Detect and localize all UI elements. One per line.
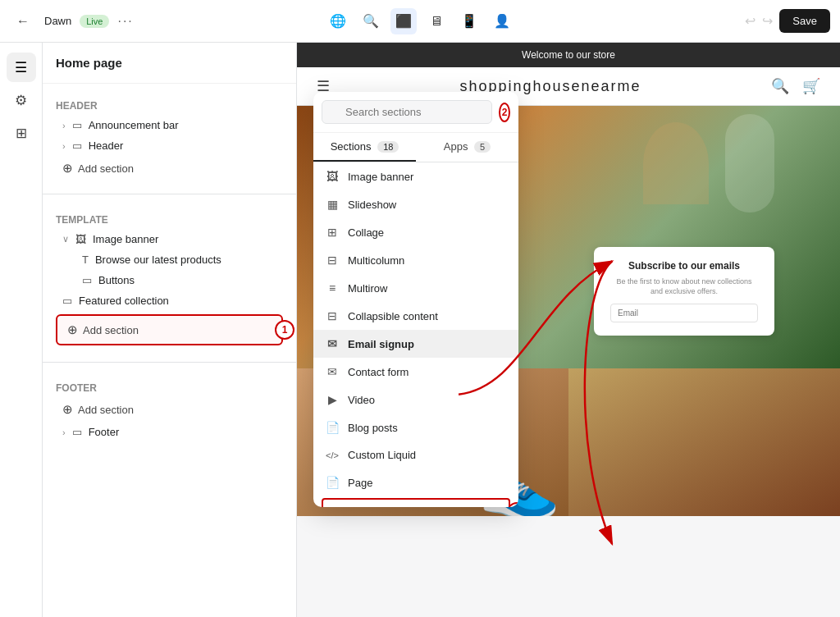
- footer-add-section-label: Add section: [78, 404, 134, 416]
- sidebar-pages-btn[interactable]: ☰: [7, 53, 36, 82]
- section-icon: ▭: [72, 426, 82, 438]
- mobile-icon-btn[interactable]: 📱: [456, 8, 482, 34]
- list-item-multirow[interactable]: ≡ Multirow: [313, 274, 518, 302]
- sidebar-settings-btn[interactable]: ⚙: [7, 85, 36, 115]
- list-item-label: Page: [348, 477, 372, 489]
- add-section-label: Add section: [83, 324, 139, 336]
- topbar-left: ← Dawn Live ···: [10, 8, 317, 34]
- list-item-blog-posts[interactable]: 📄 Blog posts: [313, 414, 518, 441]
- list-item-slideshow[interactable]: ▦ Slideshow: [313, 190, 518, 218]
- nav-icons: 🔍 🛒: [771, 77, 820, 95]
- header-add-section-button[interactable]: ⊕ Add section: [43, 156, 296, 181]
- sidebar-item-featured-collection[interactable]: ▭ Featured collection: [43, 290, 296, 311]
- list-item-contact-form[interactable]: ✉ Contact form: [313, 358, 518, 386]
- shoe-image-2: [568, 368, 840, 516]
- template-group: Template ∨ 🖼 Image banner T Browse our l…: [43, 198, 296, 359]
- list-item-image-banner[interactable]: 🖼 Image banner: [313, 162, 518, 190]
- list-item-label: Multicolumn: [348, 254, 404, 267]
- header-group-label: Header: [43, 94, 296, 115]
- email-signup-desc: Be the first to know about new collectio…: [610, 277, 758, 297]
- desktop-icon-btn[interactable]: 🖥: [423, 8, 450, 34]
- section-icon: ▭: [72, 139, 82, 152]
- slideshow-icon: ▦: [325, 198, 340, 211]
- button-icon: ▭: [82, 274, 92, 286]
- sidebar-item-label: Announcement bar: [89, 119, 179, 131]
- image-banner-icon: 🖼: [325, 170, 340, 183]
- page-icon: 📄: [325, 476, 340, 489]
- list-item-label: Blog posts: [348, 422, 398, 434]
- list-item-collage[interactable]: ⊞ Collage: [313, 218, 518, 246]
- add-section-label: Add section: [78, 162, 134, 175]
- section-icon: ▭: [62, 295, 72, 307]
- sidebar-item-browse[interactable]: T Browse our latest products: [43, 249, 296, 270]
- list-item-label: Video: [348, 394, 375, 406]
- footer-add-section-button[interactable]: ⊕ Add section: [43, 397, 296, 422]
- step-1-badge: 1: [275, 320, 294, 340]
- popup-list: 🖼 Image banner ▦ Slideshow ⊞ Collage ⊟ M…: [313, 162, 518, 507]
- popup-tabs: Sections 18 Apps 5: [313, 133, 518, 162]
- list-item-label: Contact form: [348, 366, 409, 378]
- contact-form-icon: ✉: [325, 365, 340, 378]
- search-wrap: 🔍: [322, 100, 492, 124]
- footer-group-label: Footer: [43, 376, 296, 397]
- cursor-icon-btn[interactable]: ⬛: [390, 8, 417, 34]
- header-group: Header › ▭ Announcement bar › ▭ Header ⊕…: [43, 84, 296, 190]
- popup-search-area: 🔍 2: [313, 92, 518, 133]
- plus-icon: ⊕: [62, 161, 73, 176]
- sections-popup: 🔍 2 Sections 18 Apps 5: [313, 92, 518, 507]
- email-signup-icon: ✉: [325, 337, 340, 350]
- list-item-multicolumn[interactable]: ⊟ Multicolumn: [313, 246, 518, 274]
- back-button[interactable]: ←: [10, 8, 36, 34]
- section-icon: ▭: [72, 119, 82, 131]
- panel-header: Home page: [43, 43, 296, 84]
- divider: [43, 194, 296, 194]
- collage-icon: ⊞: [325, 226, 340, 239]
- list-item-email-signup[interactable]: ✉ Email signup: [313, 330, 518, 358]
- sidebar-item-footer[interactable]: › ▭ Footer: [43, 422, 296, 442]
- sidebar-apps-btn[interactable]: ⊞: [7, 118, 36, 148]
- blog-posts-icon: 📄: [325, 421, 340, 434]
- redo-button[interactable]: ↪: [762, 13, 773, 29]
- sidebar-item-announcement-bar[interactable]: › ▭ Announcement bar: [43, 115, 296, 135]
- sidebar-item-buttons[interactable]: ▭ Buttons: [43, 270, 296, 290]
- cart-icon: 🛒: [802, 77, 820, 95]
- email-signup-card: Subscribe to our emails Be the first to …: [594, 247, 774, 336]
- search-sections-input[interactable]: [322, 100, 492, 124]
- sidebar-item-label: Featured collection: [79, 295, 169, 307]
- list-item-custom-liquid[interactable]: </> Custom Liquid: [313, 441, 518, 468]
- email-signup-input[interactable]: [610, 304, 758, 322]
- person-icon-btn[interactable]: 👤: [489, 8, 515, 34]
- section-icon: 🖼: [75, 233, 86, 245]
- list-item-video[interactable]: ▶ Video: [313, 386, 518, 414]
- globe-icon-btn[interactable]: 🌐: [325, 8, 351, 34]
- tab-apps-label: Apps: [444, 140, 468, 153]
- list-item-page[interactable]: 📄 Page: [313, 468, 518, 496]
- sidebar-item-header[interactable]: › ▭ Header: [43, 135, 296, 156]
- list-item-label: Collage: [348, 226, 384, 239]
- template-add-section-button[interactable]: ⊕ Add section: [56, 314, 283, 345]
- search-icon-btn[interactable]: 🔍: [358, 8, 384, 34]
- faq-content-wrapper: ≡ faq content 3: [317, 498, 515, 507]
- plus-icon: ⊕: [62, 402, 73, 417]
- live-badge: Live: [80, 15, 109, 28]
- chevron-down-icon: ∨: [62, 234, 69, 245]
- tab-sections[interactable]: Sections 18: [313, 133, 416, 162]
- save-button[interactable]: Save: [779, 9, 830, 33]
- list-item-collapsible[interactable]: ⊟ Collapsible content: [313, 302, 518, 330]
- faq-icon: ≡: [330, 505, 345, 507]
- multicolumn-icon: ⊟: [325, 254, 340, 267]
- hero-figure-2: [725, 114, 774, 213]
- topbar-center: 🌐 🔍 ⬛ 🖥 📱 👤: [325, 8, 515, 34]
- more-button[interactable]: ···: [117, 14, 133, 29]
- undo-button[interactable]: ↩: [745, 13, 756, 29]
- page-title: Home page: [56, 56, 283, 70]
- topbar-right: ↩ ↪ Save: [523, 9, 830, 33]
- sidebar-item-label: Buttons: [98, 274, 135, 286]
- sidebar-item-image-banner[interactable]: ∨ 🖼 Image banner: [43, 229, 296, 249]
- collapsible-icon: ⊟: [325, 309, 340, 322]
- list-item-label: faq content: [353, 506, 405, 508]
- list-item-label: Collapsible content: [348, 310, 438, 322]
- popup-container: 🔍 2 Sections 18 Apps 5: [313, 92, 518, 507]
- tab-apps[interactable]: Apps 5: [416, 133, 518, 162]
- list-item-faq-content[interactable]: ≡ faq content: [322, 498, 510, 507]
